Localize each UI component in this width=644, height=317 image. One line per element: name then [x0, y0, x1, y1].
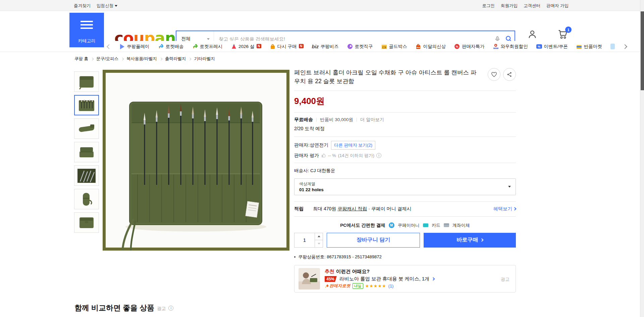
nav-label: 이벤트/쿠폰 [544, 44, 568, 50]
nav-item-rocket-direct[interactable]: 로켓직구 [347, 44, 373, 50]
nav-item-seller-special[interactable]: % 판매자특가 [454, 44, 485, 50]
buy-now-button[interactable]: 바로구매 [424, 233, 516, 248]
cart-count-badge: 1 [565, 27, 572, 33]
nav-item-return-market[interactable]: 반품마켓 [576, 44, 602, 50]
signup-link[interactable]: 회원가입 [501, 3, 518, 9]
reward-max: 최대 470원 [313, 206, 336, 212]
help-center-link[interactable]: 고객센터 [524, 3, 540, 9]
nav-item-coupang-play[interactable]: 쿠팡플레이 [119, 44, 150, 50]
seller-apply-link[interactable]: 입점신청 [97, 3, 117, 9]
chevron-down-icon [115, 5, 117, 7]
nav-item-rocket-delivery[interactable]: 로켓배송 [158, 44, 184, 50]
review-count: (1) [388, 284, 393, 288]
breadcrumb-home[interactable]: 쿠팡 홈 [74, 56, 88, 62]
svg-text:NEW: NEW [417, 47, 420, 48]
nav-item-wow-discount[interactable]: wow 와우회원할인 [493, 44, 528, 50]
product-number: 쿠팡상품번호: 8671783915 - 25173489872 [298, 254, 382, 260]
product-thumbnail-1[interactable] [74, 71, 99, 92]
rocket-fresh-icon [192, 44, 198, 50]
rocket-direct-icon [347, 44, 353, 50]
chevron-down-icon [318, 243, 320, 245]
option-selected-value: 01 22 holes [299, 187, 511, 192]
info-icon[interactable]: i [168, 306, 173, 311]
product-thumbnail-6[interactable] [74, 189, 99, 209]
other-sellers-button[interactable]: 다른 판매자 보기(2) [331, 141, 375, 150]
courier-info: 배송사: CJ 대한통운 [294, 163, 516, 174]
seller-rocket-badge: 판매자로켓 [325, 283, 351, 289]
breadcrumb-category-2[interactable]: 복사용품/라벨지 [126, 56, 157, 62]
rocket-icon [158, 44, 164, 50]
heart-icon [491, 71, 497, 78]
option-group-label: 색상계열 [299, 181, 511, 187]
nav-item-rocket-fresh[interactable]: 로켓프레시 [192, 44, 223, 50]
new-badge: N [257, 44, 261, 48]
seller-join-link[interactable]: 판매자 가입 [546, 3, 569, 9]
quantity-increase-button[interactable] [315, 233, 323, 241]
coupang-product-page: 즐겨찾기 입점신청 로그인 회원가입 고객센터 판매자 가입 coupang 전… [0, 0, 644, 317]
product-thumbnail-5[interactable] [74, 165, 99, 186]
seller-rating-label: 판매자 평가 [294, 153, 319, 159]
return-market-icon [576, 44, 582, 50]
new-badge: N [299, 44, 303, 48]
nav-label: 쿠팡플레이 [127, 44, 150, 50]
nav-label: 와우회원할인 [500, 44, 528, 50]
product-image[interactable] [103, 70, 289, 251]
nav-item-buy-again[interactable]: 다시 구매 N [270, 44, 304, 50]
favorites-link[interactable]: 즐겨찾기 [74, 3, 91, 9]
percent-seal-icon: % [454, 44, 460, 50]
breadcrumb-separator [121, 57, 124, 60]
product-thumbnail-2-selected[interactable] [74, 95, 99, 115]
product-thumbnail-3[interactable] [74, 118, 99, 139]
nav-item-2026-seol[interactable]: 2026 설 N [231, 44, 261, 50]
recommended-product-link[interactable]: 45% 라비노아 롤업 보관 휴대용 붓 케이스, 1개 [325, 276, 434, 282]
compare-section-title: 함께 비교하면 좋을 상품 [74, 303, 154, 313]
breadcrumb-category-1[interactable]: 문구/오피스 [96, 56, 118, 62]
nav-scroll-left-button[interactable] [107, 44, 111, 49]
nav-item-new-this-month[interactable]: NEW 이달의신상 [415, 44, 446, 50]
add-to-cart-button[interactable]: 장바구니 담기 [327, 233, 420, 248]
biz-icon: biz [312, 44, 319, 50]
nav-label: 이달의신상 [423, 44, 446, 50]
share-icon [506, 71, 513, 77]
info-icon[interactable]: i [376, 153, 381, 158]
share-button[interactable] [503, 68, 516, 81]
coupay-m-icon: M [389, 222, 394, 228]
option-select[interactable]: 색상계열 01 22 holes [294, 178, 516, 195]
quantity-decrease-button[interactable] [315, 240, 323, 247]
benefit-link[interactable]: 혜택보기 [493, 206, 516, 212]
truncated-nav-icon [610, 44, 615, 49]
product-thumbnail-4[interactable] [74, 142, 99, 162]
product-thumbnail-7[interactable] [74, 212, 99, 233]
learn-more-link[interactable]: 더 알아보기 [360, 117, 384, 123]
scrollbar-thumb[interactable] [641, 11, 644, 90]
chevron-right-icon [480, 239, 483, 242]
recommendation-thumbnail [299, 268, 320, 289]
svg-text:%: % [456, 45, 459, 48]
nav-item-gold-box[interactable]: 골드박스 [381, 44, 407, 50]
star-rating: ★★★★★ [365, 283, 386, 288]
recommended-product-name: 라비노아 롤업 보관 휴대용 붓 케이스, 1개 [339, 276, 429, 282]
recommend-question: 이런건 어때요? [336, 269, 370, 274]
nav-item-coupang-biz[interactable]: biz 쿠팡비즈 [312, 44, 339, 50]
nav-label: 반품마켓 [584, 44, 602, 50]
quantity-value[interactable]: 1 [294, 233, 315, 247]
breadcrumb: 쿠팡 홈 문구/오피스 복사용품/라벨지 출력라벨지 기타라벨지 [74, 56, 215, 62]
nav-label: 판매자특가 [462, 44, 485, 50]
quantity-stepper: 1 [294, 233, 323, 248]
recommendation-box[interactable]: 추천이런건 어때요? 45% 라비노아 롤업 보관 휴대용 붓 케이스, 1개 … [294, 265, 516, 293]
nav-scroll-right-button[interactable] [623, 44, 627, 49]
arrival-estimate: 2/20 도착 예정 [294, 126, 516, 132]
wishlist-button[interactable] [488, 68, 500, 81]
breadcrumb-category-4[interactable]: 기타라벨지 [194, 56, 215, 62]
coupang-cash-link[interactable]: 쿠팡캐시 적립 [337, 206, 367, 212]
nav-label: 골드박스 [389, 44, 407, 50]
gold-box-icon [381, 44, 387, 50]
seller-rating-value: -- % [328, 153, 336, 158]
ad-label: 광고 [501, 276, 509, 282]
login-link[interactable]: 로그인 [482, 3, 495, 9]
nav-item-event-coupon[interactable]: % 이벤트/쿠폰 [536, 44, 568, 50]
breadcrumb-category-3[interactable]: 출력라벨지 [165, 56, 186, 62]
breadcrumb-separator [91, 57, 94, 60]
page-scrollbar[interactable] [640, 0, 644, 317]
category-menu-button[interactable]: 카테고리 [69, 13, 104, 47]
